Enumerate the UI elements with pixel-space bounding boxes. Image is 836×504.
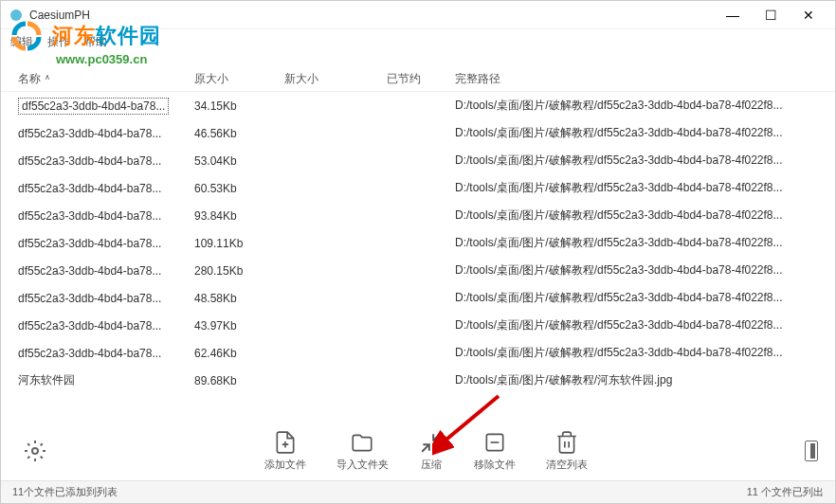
cell-path: D:/tools/桌面/图片/破解教程/df55c2a3-3ddb-4bd4-b…	[455, 180, 818, 196]
side-panel-toggle[interactable]	[805, 441, 818, 461]
menubar: 编辑 操作 帮助	[1, 29, 835, 54]
svg-point-0	[10, 9, 22, 21]
import-folder-button[interactable]: 导入文件夹	[336, 430, 389, 472]
table-row[interactable]: df55c2a3-3ddb-4bd4-ba78...280.15KbD:/too…	[1, 257, 835, 284]
watermark-url: www.pc0359.cn	[56, 52, 161, 66]
cell-origsize: 62.46Kb	[194, 347, 284, 360]
window-controls: — ☐ ✕	[714, 2, 827, 28]
cell-name: df55c2a3-3ddb-4bd4-ba78...	[18, 182, 194, 195]
cell-path: D:/tools/桌面/图片/破解教程/df55c2a3-3ddb-4bd4-b…	[455, 290, 818, 306]
folder-open-icon	[350, 430, 374, 455]
maximize-button[interactable]: ☐	[752, 2, 790, 28]
cell-path: D:/tools/桌面/图片/破解教程/df55c2a3-3ddb-4bd4-b…	[455, 317, 818, 333]
menu-edit[interactable]: 编辑	[10, 34, 33, 50]
table-row[interactable]: df55c2a3-3ddb-4bd4-ba78...43.97KbD:/tool…	[1, 312, 835, 339]
file-list: df55c2a3-3ddb-4bd4-ba78...34.15KbD:/tool…	[1, 92, 835, 394]
cell-origsize: 48.58Kb	[194, 292, 284, 305]
column-newsize[interactable]: 新大小	[284, 71, 387, 87]
app-icon	[9, 8, 24, 23]
cell-name: df55c2a3-3ddb-4bd4-ba78...	[18, 98, 194, 115]
cell-origsize: 46.56Kb	[194, 127, 284, 140]
table-row[interactable]: df55c2a3-3ddb-4bd4-ba78...46.56KbD:/tool…	[1, 119, 835, 147]
cell-path: D:/tools/桌面/图片/破解教程/df55c2a3-3ddb-4bd4-b…	[455, 98, 818, 114]
toolbar: 添加文件 导入文件夹 压缩 移除文件 清空列表	[1, 423, 835, 478]
compress-button[interactable]: 压缩	[419, 430, 444, 472]
cell-origsize: 43.97Kb	[194, 319, 284, 333]
cell-origsize: 53.04Kb	[194, 154, 284, 168]
trash-icon	[554, 430, 579, 455]
cell-origsize: 109.11Kb	[194, 237, 284, 250]
table-header: 名称 ∧ 原大小 新大小 已节约 完整路径	[1, 67, 835, 92]
cell-name: df55c2a3-3ddb-4bd4-ba78...	[18, 127, 194, 140]
cell-name: df55c2a3-3ddb-4bd4-ba78...	[18, 347, 194, 360]
cell-origsize: 60.53Kb	[194, 182, 284, 195]
column-origsize[interactable]: 原大小	[194, 71, 284, 87]
settings-button[interactable]	[24, 440, 46, 462]
cell-path: D:/tools/桌面/图片/破解教程/df55c2a3-3ddb-4bd4-b…	[455, 153, 818, 169]
cell-path: D:/tools/桌面/图片/破解教程/df55c2a3-3ddb-4bd4-b…	[455, 345, 818, 361]
table-row[interactable]: df55c2a3-3ddb-4bd4-ba78...53.04KbD:/tool…	[1, 147, 835, 174]
cell-path: D:/tools/桌面/图片/破解教程/df55c2a3-3ddb-4bd4-b…	[455, 207, 818, 224]
file-plus-icon	[273, 430, 298, 455]
menu-help[interactable]: 帮助	[84, 34, 107, 50]
cell-origsize: 34.15Kb	[194, 99, 284, 113]
statusbar: 11个文件已添加到列表 11 个文件已列出	[1, 480, 835, 503]
status-left: 11个文件已添加到列表	[12, 485, 118, 499]
titlebar: CaesiumPH — ☐ ✕	[1, 1, 835, 29]
cell-path: D:/tools/桌面/图片/破解教程/df55c2a3-3ddb-4bd4-b…	[455, 235, 818, 251]
column-saved[interactable]: 已节约	[387, 71, 455, 87]
table-row[interactable]: 河东软件园89.68KbD:/tools/桌面/图片/破解教程/河东软件园.jp…	[1, 367, 835, 394]
status-right: 11 个文件已列出	[747, 485, 824, 499]
table-row[interactable]: df55c2a3-3ddb-4bd4-ba78...109.11KbD:/too…	[1, 229, 835, 257]
close-button[interactable]: ✕	[790, 2, 827, 28]
table-row[interactable]: df55c2a3-3ddb-4bd4-ba78...93.84KbD:/tool…	[1, 202, 835, 229]
cell-name: df55c2a3-3ddb-4bd4-ba78...	[18, 209, 194, 223]
table-row[interactable]: df55c2a3-3ddb-4bd4-ba78...34.15KbD:/tool…	[1, 92, 835, 119]
svg-point-1	[32, 448, 38, 454]
cell-path: D:/tools/桌面/图片/破解教程/df55c2a3-3ddb-4bd4-b…	[455, 262, 818, 279]
minimize-button[interactable]: —	[714, 2, 752, 28]
table-row[interactable]: df55c2a3-3ddb-4bd4-ba78...62.46KbD:/tool…	[1, 339, 835, 367]
cell-path: D:/tools/桌面/图片/破解教程/df55c2a3-3ddb-4bd4-b…	[455, 125, 818, 141]
cell-name: df55c2a3-3ddb-4bd4-ba78...	[18, 319, 194, 333]
cell-path: D:/tools/桌面/图片/破解教程/河东软件园.jpg	[455, 372, 818, 388]
cell-origsize: 93.84Kb	[194, 209, 284, 223]
column-name[interactable]: 名称 ∧	[18, 71, 194, 87]
cell-name: 河东软件园	[18, 372, 194, 388]
file-minus-icon	[482, 430, 507, 455]
table-row[interactable]: df55c2a3-3ddb-4bd4-ba78...48.58KbD:/tool…	[1, 284, 835, 312]
clear-list-button[interactable]: 清空列表	[546, 430, 588, 472]
sort-indicator-icon: ∧	[45, 73, 50, 81]
table-row[interactable]: df55c2a3-3ddb-4bd4-ba78...60.53KbD:/tool…	[1, 174, 835, 202]
remove-file-button[interactable]: 移除文件	[474, 430, 516, 472]
cell-name: df55c2a3-3ddb-4bd4-ba78...	[18, 264, 194, 278]
menu-action[interactable]: 操作	[47, 34, 70, 50]
cell-origsize: 280.15Kb	[194, 264, 284, 278]
add-file-button[interactable]: 添加文件	[264, 430, 306, 472]
compress-icon	[419, 430, 444, 455]
column-path[interactable]: 完整路径	[455, 71, 818, 87]
cell-name: df55c2a3-3ddb-4bd4-ba78...	[18, 292, 194, 305]
cell-name: df55c2a3-3ddb-4bd4-ba78...	[18, 154, 194, 168]
window-title: CaesiumPH	[29, 9, 714, 22]
cell-origsize: 89.68Kb	[194, 374, 284, 387]
cell-name: df55c2a3-3ddb-4bd4-ba78...	[18, 237, 194, 250]
